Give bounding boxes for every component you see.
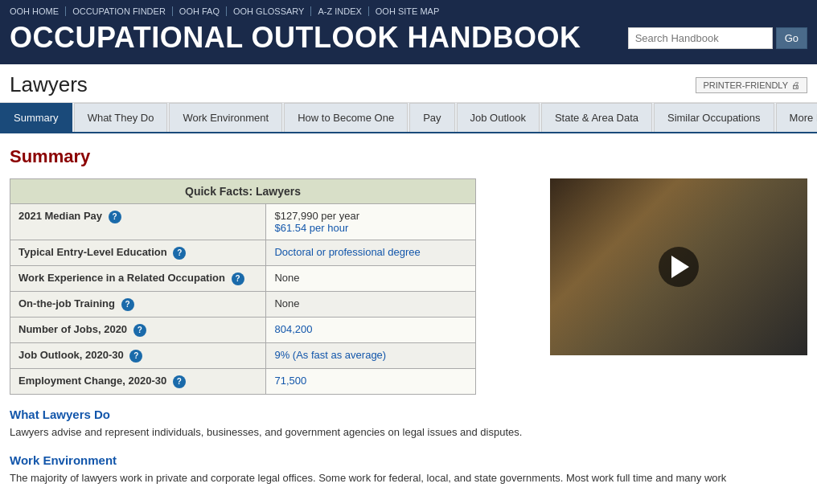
work-environment-section: Work Environment The majority of lawyers…	[10, 453, 807, 486]
table-row: On-the-job Training ? None	[10, 292, 476, 318]
median-pay-annual: $127,990 per year	[274, 210, 359, 222]
summary-heading: Summary	[10, 146, 807, 167]
tab-what-they-do[interactable]: What They Do	[74, 103, 168, 132]
work-environment-text-content: The majority of lawyers work in private …	[10, 472, 726, 484]
quick-facts-header: Quick Facts: Lawyers	[10, 179, 476, 204]
education-link[interactable]: Doctoral or professional degree	[274, 246, 420, 258]
what-lawyers-do-section: What Lawyers Do Lawyers advise and repre…	[10, 408, 807, 440]
tab-state-area-data[interactable]: State & Area Data	[541, 103, 652, 132]
search-input[interactable]	[628, 27, 773, 49]
play-icon	[671, 256, 689, 278]
page-header: Lawyers PRINTER-FRIENDLY 🖨	[0, 64, 817, 103]
work-environment-text: The majority of lawyers work in private …	[10, 470, 807, 486]
search-area: Go	[628, 27, 807, 49]
play-button[interactable]	[659, 247, 699, 287]
table-row: Employment Change, 2020-30 ? 71,500	[10, 369, 476, 395]
video-section	[550, 178, 807, 395]
row-value-num-jobs: 804,200	[266, 318, 476, 343]
video-placeholder[interactable]	[550, 178, 807, 355]
nav-ooh-glossary[interactable]: OOH GLOSSARY	[227, 6, 311, 16]
what-lawyers-do-text-content: Lawyers advise and represent individuals…	[10, 426, 522, 438]
tab-more-info[interactable]: More Info	[776, 103, 817, 132]
job-outlook-link[interactable]: 9% (As fast as average)	[274, 349, 386, 361]
tab-bar: Summary What They Do Work Environment Ho…	[0, 103, 817, 133]
emp-change-link[interactable]: 71,500	[274, 375, 306, 387]
what-lawyers-do-text: Lawyers advise and represent individuals…	[10, 424, 807, 440]
main-content: Summary Quick Facts: Lawyers 2021 Median…	[0, 133, 817, 498]
table-row: Job Outlook, 2020-30 ? 9% (As fast as av…	[10, 343, 476, 369]
go-button[interactable]: Go	[776, 27, 807, 49]
row-label-median-pay: 2021 Median Pay ?	[10, 204, 266, 240]
table-row: 2021 Median Pay ? $127,990 per year $61.…	[10, 204, 476, 240]
nav-occupation-finder[interactable]: OCCUPATION FINDER	[66, 6, 173, 16]
num-jobs-link[interactable]: 804,200	[274, 323, 312, 335]
info-icon-work-exp[interactable]: ?	[232, 272, 244, 285]
tab-work-environment[interactable]: Work Environment	[169, 103, 282, 132]
row-value-ojt: None	[266, 292, 476, 318]
tab-pay[interactable]: Pay	[409, 103, 454, 132]
row-value-job-outlook: 9% (As fast as average)	[266, 343, 476, 369]
tab-summary[interactable]: Summary	[0, 103, 72, 132]
row-label-num-jobs: Number of Jobs, 2020 ?	[10, 318, 266, 343]
info-icon-median-pay[interactable]: ?	[109, 211, 121, 223]
table-row: Number of Jobs, 2020 ? 804,200	[10, 318, 476, 343]
table-row: Work Experience in a Related Occupation …	[10, 266, 476, 292]
top-nav: OOH HOME OCCUPATION FINDER OOH FAQ OOH G…	[10, 6, 807, 21]
quick-facts-section: Quick Facts: Lawyers 2021 Median Pay ? $…	[10, 178, 534, 395]
site-title: OCCUPATIONAL OUTLOOK HANDBOOK	[10, 21, 581, 55]
row-label-ojt: On-the-job Training ?	[10, 292, 266, 318]
what-lawyers-do-link[interactable]: What Lawyers Do	[10, 408, 807, 421]
row-label-emp-change: Employment Change, 2020-30 ?	[10, 369, 266, 395]
info-icon-emp-change[interactable]: ?	[173, 375, 186, 388]
nav-ooh-sitemap[interactable]: OOH SITE MAP	[369, 6, 445, 16]
tab-similar-occupations[interactable]: Similar Occupations	[654, 103, 774, 132]
table-row: Typical Entry-Level Education ? Doctoral…	[10, 240, 476, 266]
median-pay-hourly-link[interactable]: $61.54 per hour	[274, 222, 348, 234]
site-header: OOH HOME OCCUPATION FINDER OOH FAQ OOH G…	[0, 0, 817, 64]
info-icon-education[interactable]: ?	[173, 247, 186, 260]
info-icon-ojt[interactable]: ?	[121, 298, 134, 311]
printer-friendly-label: PRINTER-FRIENDLY	[703, 80, 788, 90]
page-title: Lawyers	[10, 72, 88, 97]
row-value-education: Doctoral or professional degree	[266, 240, 476, 266]
printer-friendly-button[interactable]: PRINTER-FRIENDLY 🖨	[696, 77, 807, 93]
quick-facts-table: Quick Facts: Lawyers 2021 Median Pay ? $…	[10, 178, 476, 395]
row-value-emp-change: 71,500	[266, 369, 476, 395]
row-value-work-experience: None	[266, 266, 476, 292]
row-label-education: Typical Entry-Level Education ?	[10, 240, 266, 266]
row-value-median-pay: $127,990 per year $61.54 per hour	[266, 204, 476, 240]
nav-az-index[interactable]: A-Z INDEX	[311, 6, 368, 16]
tab-job-outlook[interactable]: Job Outlook	[457, 103, 540, 132]
printer-icon: 🖨	[791, 80, 800, 90]
header-main-row: OCCUPATIONAL OUTLOOK HANDBOOK Go	[10, 21, 807, 64]
nav-ooh-faq[interactable]: OOH FAQ	[173, 6, 227, 16]
info-icon-job-outlook[interactable]: ?	[129, 350, 142, 363]
tab-how-to-become-one[interactable]: How to Become One	[284, 103, 408, 132]
info-icon-num-jobs[interactable]: ?	[133, 324, 146, 337]
nav-ooh-home[interactable]: OOH HOME	[10, 6, 66, 16]
work-environment-link[interactable]: Work Environment	[10, 453, 807, 467]
row-label-work-experience: Work Experience in a Related Occupation …	[10, 266, 266, 292]
content-row: Quick Facts: Lawyers 2021 Median Pay ? $…	[10, 178, 807, 395]
row-label-job-outlook: Job Outlook, 2020-30 ?	[10, 343, 266, 369]
